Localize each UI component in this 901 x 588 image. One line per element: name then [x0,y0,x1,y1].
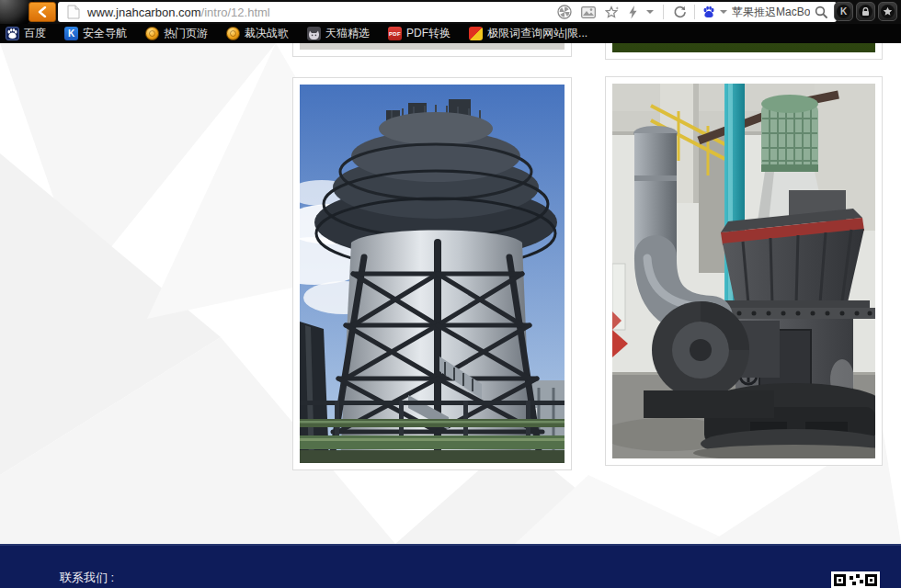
site-footer: 联系我们 : [0,544,901,588]
bookmark-label: 裁决战歌 [245,26,289,41]
bookmark-label: PDF转换 [406,26,450,41]
search-query[interactable]: 苹果推迟MacBook... [732,5,810,20]
url-text[interactable]: www.jnahcarbon.com/intro/12.html [87,6,557,19]
lock-icon [859,5,872,18]
page-icon [67,5,80,19]
photo-previous-right [612,43,875,52]
back-button[interactable] [29,2,56,22]
bookmark-label: 安全导航 [83,26,127,41]
adblock-pinwheel-icon[interactable] [557,5,572,19]
lock-button[interactable] [856,2,875,21]
bookmark-baidu[interactable]: 百度 [6,26,46,41]
address-row: www.jnahcarbon.com/intro/12.html [0,0,901,24]
bookmarks-bar: 百度 K 安全导航 热门页游 裁决战歌 天猫精选 PDF PDF转换 极限词查询… [0,24,901,43]
bookmark-label: 天猫精选 [325,26,370,41]
bookmark-limit-words[interactable]: 极限词查询网站|限... [469,26,587,41]
photo-card-previous-left[interactable] [292,43,572,57]
k-icon: K [837,5,850,18]
photo-card-previous-right[interactable] [605,43,883,60]
url-path: /intro/12.html [201,6,270,19]
star-icon [881,5,895,18]
shield-k-icon: K [64,27,78,40]
webpage-viewport: M [0,43,901,544]
k-account-button[interactable]: K [834,2,853,21]
search-magnifier-icon[interactable] [815,6,827,18]
baidu-bookmark-icon [6,27,19,40]
bookmark-hot-games[interactable]: 热门页游 [145,26,208,41]
bookmark-label: 热门页游 [164,26,208,41]
lightning-dropdown-caret-icon[interactable] [646,10,654,14]
browser-chrome: www.jnahcarbon.com/intro/12.html [0,0,901,43]
gold-coin-icon [226,27,240,40]
qr-code [831,571,880,588]
photo-card-mill[interactable]: M [605,76,883,466]
photo-previous-left [300,43,565,50]
bookmark-label: 百度 [24,26,46,41]
search-box[interactable]: 苹果推迟MacBook... [695,5,831,20]
photo-tower [300,85,565,463]
bookmark-pdf-convert[interactable]: PDF PDF转换 [388,26,450,41]
red-yellow-flag-icon [469,27,483,40]
pdf-icon: PDF [388,27,402,40]
bookmark-safe-nav[interactable]: K 安全导航 [64,26,127,41]
contact-us-label: 联系我们 : [60,570,114,586]
url-domain: www.jnahcarbon.com [87,6,201,19]
image-toggle-icon[interactable] [581,6,596,18]
refresh-icon[interactable] [673,6,687,19]
window-buttons: K [834,2,897,21]
bookmark-star-button[interactable] [878,2,897,21]
address-bar[interactable]: www.jnahcarbon.com/intro/12.html [58,2,837,22]
bookmark-tmall[interactable]: 天猫精选 [307,26,370,41]
back-chevron-icon [38,6,47,17]
bookmark-label: 极限词查询网站|限... [487,26,587,41]
speed-lightning-icon[interactable] [629,6,637,19]
search-engine-caret-icon[interactable] [720,10,727,14]
photo-mill: M [612,84,875,458]
bookmark-war-song[interactable]: 裁决战歌 [226,26,289,41]
tmall-cat-icon [307,27,321,40]
baidu-paw-icon[interactable] [702,6,715,18]
favorite-star-icon[interactable] [605,6,620,19]
gold-coin-icon [145,27,159,40]
photo-card-tower[interactable] [292,77,572,470]
